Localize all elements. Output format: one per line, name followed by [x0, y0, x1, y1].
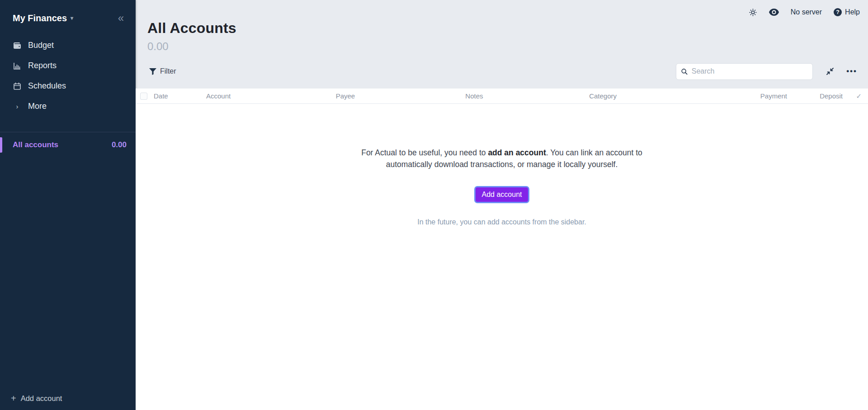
sidebar-nav: Budget Reports Schedules › More	[0, 35, 136, 116]
help-button[interactable]: ? Help	[834, 8, 860, 16]
sidebar-item-label: More	[28, 102, 47, 111]
transactions-empty-state: For Actual to be useful, you need to add…	[136, 104, 868, 410]
calendar-icon	[13, 82, 22, 91]
server-status-button[interactable]: No server	[791, 8, 822, 16]
cleared-check-icon[interactable]: ✓	[843, 92, 862, 100]
column-header-date[interactable]: Date	[147, 92, 206, 100]
sidebar-add-account-label: Add account	[21, 394, 62, 403]
active-indicator-bar	[0, 137, 2, 153]
bar-chart-icon	[13, 61, 22, 70]
message-part-1: For Actual to be useful, you need to	[361, 148, 488, 157]
sidebar-item-schedules[interactable]: Schedules	[0, 76, 136, 96]
chevron-right-icon: ›	[13, 102, 22, 110]
caret-down-icon: ▾	[71, 15, 73, 21]
add-account-button[interactable]: Add account	[474, 186, 530, 203]
transactions-table-header: Date Account Payee Notes Category Paymen…	[136, 89, 868, 104]
wallet-icon	[13, 41, 22, 50]
collapse-transactions-button[interactable]	[826, 67, 835, 76]
all-accounts-label: All accounts	[13, 140, 58, 149]
search-icon	[681, 68, 688, 75]
filter-label: Filter	[160, 67, 176, 75]
empty-state-message: For Actual to be useful, you need to add…	[344, 147, 660, 170]
sun-icon	[749, 8, 757, 17]
page-header: All Accounts 0.00	[136, 19, 868, 53]
shrink-arrows-icon	[826, 67, 835, 76]
sidebar-item-label: Reports	[28, 61, 57, 70]
sidebar-item-label: Budget	[28, 41, 54, 50]
plus-icon: +	[11, 394, 16, 403]
sidebar-collapse-button[interactable]: «	[116, 12, 126, 24]
sidebar-item-budget[interactable]: Budget	[0, 35, 136, 56]
sidebar-header: My Finances ▾ «	[0, 0, 136, 29]
question-mark-icon: ?	[834, 8, 842, 16]
eye-icon	[769, 9, 779, 16]
select-all-checkbox[interactable]	[140, 93, 147, 100]
budget-name: My Finances	[13, 13, 67, 23]
filter-button[interactable]: Filter	[149, 67, 176, 75]
search-input[interactable]	[692, 67, 808, 75]
topbar: No server ? Help	[136, 0, 868, 19]
column-header-category[interactable]: Category	[589, 92, 742, 100]
column-header-payee[interactable]: Payee	[336, 92, 466, 100]
sidebar-divider	[0, 132, 136, 132]
sidebar-item-reports[interactable]: Reports	[0, 56, 136, 76]
column-header-payment[interactable]: Payment	[742, 92, 787, 100]
sidebar-add-account-button[interactable]: + Add account	[0, 387, 136, 410]
page-title: All Accounts	[147, 20, 868, 37]
all-accounts-balance: 0.00	[112, 140, 127, 149]
sidebar-item-more[interactable]: › More	[0, 96, 136, 116]
sidebar-item-label: Schedules	[28, 81, 66, 91]
search-box[interactable]	[676, 63, 813, 80]
theme-toggle-button[interactable]	[749, 8, 757, 17]
budget-switcher[interactable]: My Finances ▾	[13, 13, 73, 23]
column-header-notes[interactable]: Notes	[465, 92, 589, 100]
future-note: In the future, you can add accounts from…	[417, 218, 586, 226]
help-label: Help	[845, 8, 860, 16]
sidebar-item-all-accounts[interactable]: All accounts 0.00	[0, 136, 136, 154]
column-header-deposit[interactable]: Deposit	[787, 92, 843, 100]
toolbar: Filter •••	[136, 63, 868, 80]
sidebar: My Finances ▾ « Budget Reports Schedules…	[0, 0, 136, 410]
main-content: No server ? Help All Accounts 0.00 Filte…	[136, 0, 868, 410]
column-header-account[interactable]: Account	[206, 92, 336, 100]
page-balance: 0.00	[147, 40, 868, 53]
privacy-toggle-button[interactable]	[769, 9, 779, 16]
funnel-icon	[149, 68, 156, 75]
message-bold: add an account	[488, 148, 546, 157]
